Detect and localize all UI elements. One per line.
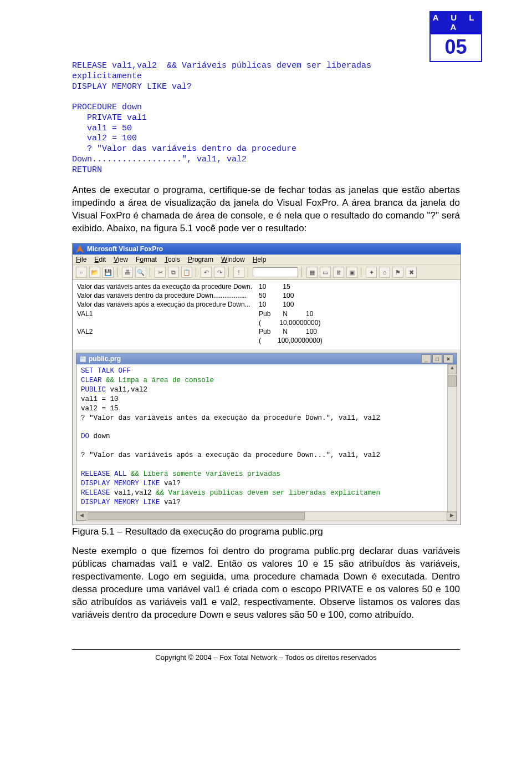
scroll-left-icon[interactable]: ◀ xyxy=(76,512,86,521)
print-icon[interactable]: 🖶 xyxy=(122,267,133,278)
table-row: Valor das variáveis após a execução da p… xyxy=(77,300,329,309)
table-row: Valor das variáveis antes da execução da… xyxy=(77,282,329,291)
scroll-thumb[interactable] xyxy=(88,512,305,520)
footer-text: Copyright © 2004 – Fox Total Network – T… xyxy=(0,653,532,668)
foxpro-icon xyxy=(76,245,84,253)
badge-number: 05 xyxy=(429,33,482,62)
code-window: ▤ public.prg _ □ × SET TALK OFF CLEAR &&… xyxy=(76,353,457,521)
cut-icon[interactable]: ✂ xyxy=(155,267,166,278)
code-window-titlebar: ▤ public.prg _ □ × xyxy=(76,353,457,364)
tool3-icon[interactable]: ⚑ xyxy=(392,267,403,278)
paragraph-2: Neste exemplo o que fizemos foi dentro d… xyxy=(72,545,460,622)
app-titlebar: Microsoft Visual FoxPro xyxy=(73,243,461,255)
table-row: ( 100,00000000) xyxy=(77,336,329,345)
paste-icon[interactable]: 📋 xyxy=(181,267,192,278)
code-window-title: public.prg xyxy=(89,355,121,363)
console-output: Valor das variáveis antes da execução da… xyxy=(73,280,461,349)
scroll-thumb[interactable] xyxy=(448,375,457,387)
save-icon[interactable]: 💾 xyxy=(103,267,114,278)
window-icon[interactable]: ▣ xyxy=(346,267,357,278)
preview-icon[interactable]: 🔍 xyxy=(135,267,146,278)
code-listing: RELEASE val1,val2 && Variáveis públicas … xyxy=(72,61,460,175)
new-icon[interactable]: ▫ xyxy=(76,267,87,278)
horizontal-scrollbar[interactable]: ◀ ▶ xyxy=(76,511,457,521)
menu-view[interactable]: View xyxy=(114,256,128,263)
menu-help[interactable]: Help xyxy=(253,256,267,263)
scroll-up-icon[interactable]: ▲ xyxy=(448,364,457,374)
menu-program[interactable]: Program xyxy=(188,256,213,263)
maximize-icon[interactable]: □ xyxy=(432,354,442,363)
paragraph-1: Antes de executar o programa, certifique… xyxy=(72,184,460,235)
code-editor[interactable]: SET TALK OFF CLEAR && Limpa a área de co… xyxy=(76,364,457,511)
table-row: ( 10,00000000) xyxy=(77,318,329,327)
tool4-icon[interactable]: ✖ xyxy=(406,267,417,278)
scroll-right-icon[interactable]: ▶ xyxy=(447,512,457,521)
menu-format[interactable]: Format xyxy=(136,256,157,263)
close-icon[interactable]: × xyxy=(443,354,453,363)
menu-file[interactable]: File xyxy=(76,256,86,263)
undo-icon[interactable]: ↶ xyxy=(201,267,212,278)
menu-window[interactable]: Window xyxy=(221,256,245,263)
command-input[interactable] xyxy=(253,267,298,277)
figure-screenshot: Microsoft Visual FoxPro File Edit View F… xyxy=(72,243,461,525)
menu-edit[interactable]: Edit xyxy=(94,256,106,263)
table-row: VAL1 Pub N 10 xyxy=(77,309,329,318)
redo-icon[interactable]: ↷ xyxy=(214,267,225,278)
minimize-icon[interactable]: _ xyxy=(421,354,431,363)
open-icon[interactable]: 📂 xyxy=(89,267,100,278)
table-row: VAL2 Pub N 100 xyxy=(77,327,329,336)
menu-bar: File Edit View Format Tools Program Wind… xyxy=(73,255,461,265)
figure-caption: Figura 5.1 – Resultado da execução do pr… xyxy=(72,526,460,537)
table-row: Valor das variáveis dentro da procedure … xyxy=(77,291,329,300)
db-icon[interactable]: ▦ xyxy=(306,267,318,278)
form-icon[interactable]: ▭ xyxy=(320,267,331,278)
app-title: Microsoft Visual FoxPro xyxy=(87,245,163,253)
tool2-icon[interactable]: ⌂ xyxy=(379,267,390,278)
report-icon[interactable]: 🗎 xyxy=(333,267,344,278)
console-table: Valor das variáveis antes da execução da… xyxy=(77,282,329,345)
toolbar: ▫ 📂 💾 🖶 🔍 ✂ ⧉ 📋 ↶ ↷ ! ▦ ▭ 🗎 ▣ ✦ ⌂ ⚑ xyxy=(73,265,461,280)
run-icon[interactable]: ! xyxy=(233,267,244,278)
badge-label: A U L A xyxy=(429,11,482,33)
document-icon: ▤ xyxy=(80,355,86,363)
footer-divider xyxy=(72,649,460,650)
menu-tools[interactable]: Tools xyxy=(165,256,180,263)
copy-icon[interactable]: ⧉ xyxy=(168,267,179,278)
vertical-scrollbar[interactable]: ▲ xyxy=(447,364,457,511)
tool1-icon[interactable]: ✦ xyxy=(366,267,377,278)
lesson-badge: A U L A 05 xyxy=(429,11,482,62)
